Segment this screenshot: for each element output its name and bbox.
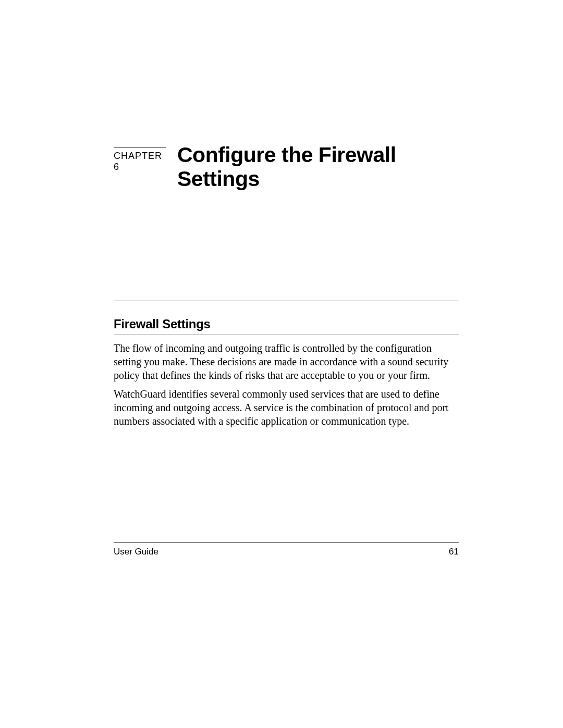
body-paragraph: The flow of incoming and outgoing traffi… (114, 341, 459, 382)
section-heading: Firewall Settings (114, 317, 459, 335)
chapter-header: CHAPTER 6 Configure the Firewall Setting… (114, 143, 459, 191)
body-paragraph: WatchGuard identifies several commonly u… (114, 387, 459, 428)
document-page: CHAPTER 6 Configure the Firewall Setting… (0, 0, 563, 728)
footer-left: User Guide (114, 547, 158, 557)
section-block: Firewall Settings The flow of incoming a… (114, 301, 459, 428)
footer-page-number: 61 (449, 547, 459, 557)
chapter-label-wrap: CHAPTER 6 (114, 143, 177, 172)
section-rule (114, 301, 459, 301)
page-footer: User Guide 61 (114, 542, 459, 557)
chapter-title: Configure the Firewall Settings (177, 143, 459, 191)
chapter-label: CHAPTER 6 (114, 147, 166, 172)
